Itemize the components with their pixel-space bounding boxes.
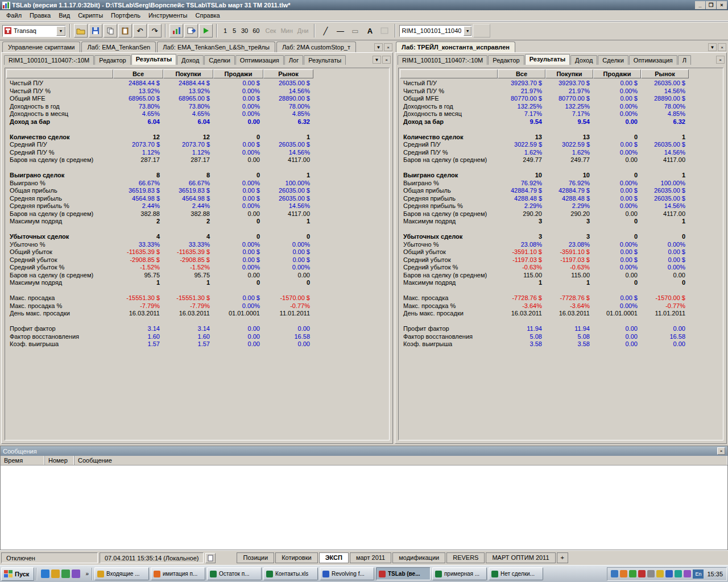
line-tool-icon[interactable]: ╱ bbox=[318, 24, 332, 38]
panel-tab[interactable]: Редактор bbox=[94, 55, 130, 65]
period-unit-button[interactable]: Сек bbox=[263, 27, 279, 34]
redo-icon[interactable]: ↷ bbox=[148, 24, 162, 38]
menu-item[interactable]: Инструменты bbox=[144, 11, 192, 20]
player-icon[interactable] bbox=[72, 569, 80, 578]
menu-item[interactable]: Вид bbox=[55, 11, 74, 20]
panel-tab[interactable]: Л bbox=[678, 55, 691, 65]
messages-column-header[interactable]: Время bbox=[1, 456, 45, 465]
panel-tab[interactable]: Редактор bbox=[488, 55, 524, 65]
workspace-tab[interactable]: модификации bbox=[392, 552, 445, 563]
panel-tab[interactable]: Доход bbox=[570, 55, 597, 65]
menu-item[interactable]: Скрипты bbox=[74, 11, 107, 20]
undo-icon[interactable]: ↶ bbox=[133, 24, 147, 38]
tray-icon[interactable] bbox=[675, 570, 682, 577]
doc-tab[interactable]: Лаб: 2MA customStop_т bbox=[276, 41, 356, 52]
workspace-tab[interactable]: REVERS bbox=[446, 552, 485, 563]
workspace-tab[interactable]: МАРТ ОПТИМ 2011 bbox=[486, 552, 555, 563]
browser-icon[interactable] bbox=[41, 569, 49, 578]
panel-tab[interactable]: RIM1_100101_110407:-:10M bbox=[398, 55, 487, 65]
doc-tab[interactable]: Лаб: ТРЕЙЛ_константа_исправлен bbox=[396, 41, 515, 52]
disabled-tool-button[interactable] bbox=[473, 24, 490, 38]
quick-launch-overflow-icon[interactable]: » bbox=[84, 571, 90, 577]
workspace-tab[interactable]: ЭКСП bbox=[319, 552, 349, 563]
tab-close-icon[interactable]: × bbox=[718, 43, 726, 51]
eraser-icon[interactable]: ▭ bbox=[348, 24, 362, 38]
chart-export-icon[interactable] bbox=[184, 24, 198, 38]
menu-item[interactable]: Правка bbox=[26, 11, 55, 20]
period-unit-button[interactable]: Мин bbox=[278, 27, 295, 34]
taskbar-button[interactable]: Входящие ... bbox=[94, 567, 149, 580]
panel-tab[interactable]: Результаты bbox=[304, 55, 346, 65]
taskbar-button[interactable]: TSLab (ве... bbox=[376, 567, 431, 580]
tray-icon[interactable] bbox=[638, 570, 646, 577]
messages-close-icon[interactable]: × bbox=[717, 447, 725, 455]
chevron-down-icon[interactable]: ▼ bbox=[56, 26, 65, 36]
taskbar-button[interactable]: Revolving f... bbox=[320, 567, 374, 580]
workspace-tab[interactable]: Позиции bbox=[237, 552, 274, 563]
language-indicator[interactable]: En bbox=[693, 569, 704, 579]
panel-tab[interactable]: Результаты bbox=[525, 54, 570, 65]
taskbar-button[interactable]: Контакты.xls bbox=[263, 567, 318, 580]
paste-icon[interactable] bbox=[118, 24, 132, 38]
messages-column-header[interactable]: Номер bbox=[45, 456, 75, 465]
doc-tab[interactable]: Лаб: EMA_TenkanSen_L&Sh_трейлы bbox=[157, 41, 275, 52]
period-button[interactable]: 1 bbox=[221, 24, 230, 37]
tray-icon[interactable] bbox=[656, 570, 664, 577]
tab-close-icon[interactable]: × bbox=[382, 56, 391, 64]
panel-tab[interactable]: Оптимизация bbox=[629, 55, 677, 65]
messages-column-header[interactable]: Сообщение bbox=[75, 456, 727, 465]
doc-tab[interactable]: Управление скриптами bbox=[2, 41, 80, 52]
desktop-icon[interactable] bbox=[61, 569, 70, 578]
tray-icon[interactable] bbox=[647, 570, 655, 577]
tab-list-icon[interactable]: ▼ bbox=[374, 43, 383, 51]
tab-close-icon[interactable]: × bbox=[716, 56, 725, 64]
panel-tab[interactable]: Сделки bbox=[204, 55, 235, 65]
mail-icon[interactable] bbox=[51, 569, 60, 578]
tray-icon[interactable] bbox=[611, 570, 618, 577]
panel-tab[interactable]: RIM1_100101_110407:-:10M bbox=[4, 55, 94, 65]
panel-tab[interactable]: Лог bbox=[284, 55, 303, 65]
save-icon[interactable] bbox=[89, 24, 102, 38]
tray-icon[interactable] bbox=[684, 570, 691, 577]
locked-chart-icon[interactable] bbox=[378, 24, 391, 38]
panel-tab[interactable]: Результаты bbox=[131, 54, 176, 65]
add-workspace-tab[interactable]: + bbox=[557, 552, 568, 563]
chevron-down-icon[interactable]: ▼ bbox=[464, 26, 471, 36]
copy-icon[interactable] bbox=[104, 24, 117, 38]
symbol-combo[interactable]: RIM1_100101_110407:- ▼ bbox=[399, 25, 472, 37]
transaq-combo[interactable]: Transaq ▼ bbox=[2, 25, 66, 37]
workspace-tab[interactable]: март 2011 bbox=[350, 552, 391, 563]
period-button[interactable]: 5 bbox=[230, 24, 239, 37]
taskbar-button[interactable]: имитация п... bbox=[151, 567, 205, 580]
panel-tab[interactable]: Сделки bbox=[598, 55, 628, 65]
tray-icon[interactable] bbox=[629, 570, 636, 577]
taskbar-button[interactable]: примерная ... bbox=[432, 567, 487, 580]
minimize-button[interactable]: _ bbox=[695, 1, 705, 9]
workspace-tab[interactable]: Котировки bbox=[275, 552, 318, 563]
taskbar-button[interactable]: Нет сделки... bbox=[489, 567, 543, 580]
status-toggle-icon[interactable] bbox=[205, 553, 216, 563]
start-button[interactable]: Пуск bbox=[1, 567, 34, 581]
period-button[interactable]: 60 bbox=[250, 24, 262, 37]
panel-tab[interactable]: Оптимизация bbox=[235, 55, 284, 65]
play-icon[interactable] bbox=[199, 24, 213, 38]
tab-list-icon[interactable]: ▼ bbox=[708, 43, 717, 51]
close-button[interactable]: × bbox=[717, 1, 727, 9]
tab-list-icon[interactable]: ▼ bbox=[373, 56, 381, 64]
open-icon[interactable] bbox=[74, 24, 88, 38]
taskbar-button[interactable]: Остаток п... bbox=[207, 567, 262, 580]
text-tool-icon[interactable]: A bbox=[363, 24, 377, 38]
tray-icon[interactable] bbox=[620, 570, 627, 577]
maximize-button[interactable]: ❒ bbox=[706, 1, 716, 9]
menu-item[interactable]: Справка bbox=[192, 11, 224, 20]
doc-tab[interactable]: Лаб: EMA_TenkanSen bbox=[81, 41, 156, 52]
panel-tab[interactable]: Доход bbox=[177, 55, 204, 65]
hline-tool-icon[interactable]: — bbox=[333, 24, 347, 38]
chart-icon[interactable] bbox=[169, 24, 183, 38]
period-button[interactable]: 30 bbox=[239, 24, 250, 37]
menu-item[interactable]: Портфель bbox=[107, 11, 144, 20]
menu-item[interactable]: Файл bbox=[2, 11, 26, 20]
period-unit-button[interactable]: Дни bbox=[295, 27, 311, 34]
messages-list[interactable] bbox=[1, 466, 727, 550]
tab-close-icon[interactable]: × bbox=[384, 43, 392, 51]
